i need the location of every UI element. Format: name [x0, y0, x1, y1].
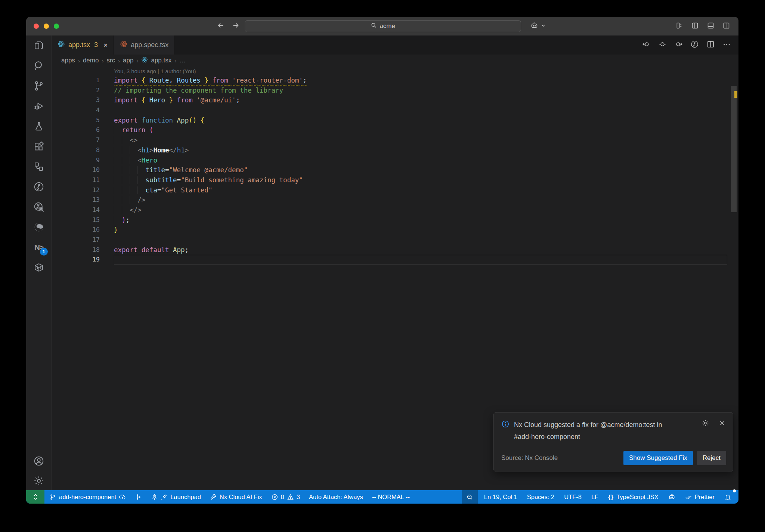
- breadcrumb-file[interactable]: app.tsx: [151, 57, 171, 64]
- navigate-back-icon[interactable]: [217, 21, 225, 31]
- code-line[interactable]: 9 <Hero: [52, 155, 738, 166]
- breadcrumb-item[interactable]: app: [123, 57, 133, 64]
- notifications-bell-icon[interactable]: [721, 490, 735, 504]
- plug-icon: [161, 494, 168, 501]
- tab-close-icon[interactable]: ×: [103, 41, 108, 49]
- code-line[interactable]: 3import { Hero } from '@acme/ui';: [52, 95, 738, 105]
- code-line[interactable]: 13 />: [52, 195, 738, 205]
- code-line[interactable]: 17: [52, 235, 738, 245]
- eol-status[interactable]: LF: [588, 490, 602, 504]
- current-change-icon[interactable]: [658, 40, 667, 50]
- notification-toast: Nx Cloud suggested a fix for @acme/demo:…: [493, 412, 733, 471]
- launchpad-status[interactable]: Launchpad: [148, 490, 204, 504]
- code-line[interactable]: 12 cta="Get Started": [52, 185, 738, 195]
- breadcrumb-item[interactable]: demo: [83, 57, 99, 64]
- code-line[interactable]: 4: [52, 105, 738, 115]
- code-line[interactable]: 14 </>: [52, 205, 738, 215]
- line-number: 14: [52, 205, 100, 215]
- code-line-content: [114, 105, 738, 115]
- copilot-status-icon[interactable]: [665, 490, 679, 504]
- scrollbar[interactable]: [731, 86, 737, 212]
- previous-change-icon[interactable]: [642, 40, 651, 50]
- extensions-icon[interactable]: [32, 140, 45, 153]
- tab-label: app.tsx: [68, 41, 90, 49]
- code-line[interactable]: 15 );: [52, 215, 738, 225]
- navigate-forward-icon[interactable]: [232, 21, 240, 31]
- breadcrumb-item[interactable]: src: [106, 57, 115, 64]
- gitlens-icon[interactable]: [32, 180, 45, 193]
- auto-attach-status[interactable]: Auto Attach: Always: [306, 490, 366, 504]
- reject-button[interactable]: Reject: [697, 451, 726, 465]
- prettier-status[interactable]: Prettier: [682, 490, 718, 504]
- cursor-position-status[interactable]: Ln 19, Col 1: [481, 490, 521, 504]
- breadcrumb-item[interactable]: apps: [61, 57, 75, 64]
- search-icon: [371, 22, 377, 30]
- code-line[interactable]: 1import { Route, Routes } from 'react-ro…: [52, 75, 738, 86]
- notification-close-icon[interactable]: [718, 419, 726, 443]
- problems-status[interactable]: 0 3: [268, 490, 303, 504]
- code-line[interactable]: 16}: [52, 225, 738, 235]
- code-line-content: />: [114, 195, 738, 205]
- search-view-icon[interactable]: [32, 59, 45, 72]
- source-control-icon[interactable]: [32, 80, 45, 92]
- remote-indicator[interactable]: [26, 490, 44, 504]
- breadcrumb-symbol[interactable]: …: [179, 57, 186, 64]
- code-line-content: title="Welcmoe @acme/demo": [114, 165, 738, 175]
- minimize-window-button[interactable]: [44, 24, 49, 29]
- code-line[interactable]: 6 return (: [52, 125, 738, 135]
- code-line-content: }: [114, 225, 738, 235]
- info-icon: [501, 420, 510, 428]
- settings-gear-icon[interactable]: [32, 474, 45, 487]
- customize-layout-icon[interactable]: [675, 22, 683, 31]
- nx-console-badge: 1: [40, 248, 48, 256]
- code-line[interactable]: 7 <>: [52, 135, 738, 145]
- indentation-status[interactable]: Spaces: 2: [524, 490, 558, 504]
- gitlens-status-icon[interactable]: [131, 490, 145, 504]
- close-window-button[interactable]: [34, 24, 39, 29]
- maximize-window-button[interactable]: [54, 24, 59, 29]
- code-line[interactable]: 19: [52, 255, 738, 265]
- more-actions-icon[interactable]: [722, 40, 731, 50]
- tab-label: app.spec.tsx: [131, 41, 168, 49]
- testing-icon[interactable]: [32, 120, 45, 133]
- show-suggested-fix-button[interactable]: Show Suggested Fix: [623, 451, 693, 465]
- code-line[interactable]: 18export default App;: [52, 245, 738, 255]
- language-mode-status[interactable]: {}TypeScript JSX: [605, 490, 662, 504]
- code-line[interactable]: 11 subtitle="Build something amazing tod…: [52, 175, 738, 185]
- zoom-status-icon[interactable]: [462, 490, 478, 504]
- tab-app-spec-tsx[interactable]: app.spec.tsx: [114, 35, 175, 55]
- code-line-content: subtitle="Build something amazing today": [114, 175, 738, 185]
- git-branch-status[interactable]: add-hero-component: [46, 490, 129, 504]
- split-editor-icon[interactable]: [706, 40, 715, 50]
- code-line[interactable]: 2// importing the component from the lib…: [52, 86, 738, 96]
- vscode-window: acme N>1: [26, 17, 738, 504]
- toggle-secondary-sidebar-icon[interactable]: [722, 22, 730, 31]
- tab-bar: app.tsx 3 × app.spec.tsx: [52, 35, 738, 55]
- copilot-menu[interactable]: [530, 22, 547, 31]
- line-number: 5: [52, 115, 100, 126]
- project-graph-icon[interactable]: [32, 160, 45, 173]
- code-line[interactable]: 8 <h1>Home</h1>: [52, 145, 738, 155]
- account-icon[interactable]: [32, 455, 45, 467]
- run-debug-icon[interactable]: [32, 100, 45, 112]
- toggle-panel-icon[interactable]: [707, 22, 715, 31]
- nx-cloud-ai-fix-status[interactable]: Nx Cloud AI Fix: [207, 490, 266, 504]
- tab-app-tsx[interactable]: app.tsx 3 ×: [52, 35, 114, 55]
- next-change-icon[interactable]: [674, 40, 683, 50]
- vim-mode-status[interactable]: -- NORMAL --: [369, 490, 413, 504]
- code-line[interactable]: 10 title="Welcmoe @acme/demo": [52, 165, 738, 175]
- container-tools-icon[interactable]: [32, 261, 45, 274]
- encoding-status[interactable]: UTF-8: [561, 490, 585, 504]
- code-line[interactable]: 5export function App() {: [52, 115, 738, 126]
- toggle-primary-sidebar-icon[interactable]: [691, 22, 699, 31]
- code-line-content: export default App;: [114, 245, 738, 255]
- gitlens-graph-icon[interactable]: [690, 40, 699, 50]
- notification-settings-gear-icon[interactable]: [701, 419, 709, 443]
- nx-console-icon[interactable]: N>1: [32, 241, 45, 254]
- gitlens-inspect-icon[interactable]: [32, 201, 45, 213]
- command-center-search[interactable]: acme: [245, 20, 521, 32]
- status-bar: add-hero-component Launchpad Nx Cloud AI…: [26, 490, 738, 504]
- explorer-icon[interactable]: [32, 39, 45, 52]
- edge-tools-icon[interactable]: [32, 221, 45, 233]
- notification-dot: [733, 489, 736, 492]
